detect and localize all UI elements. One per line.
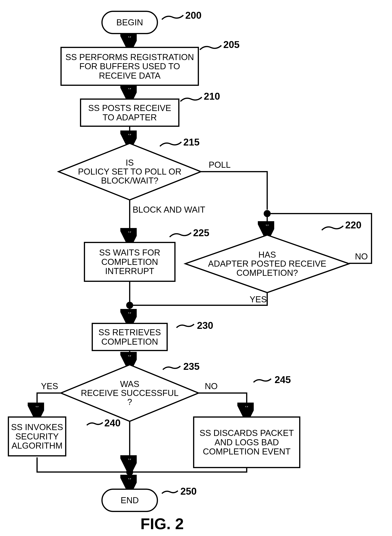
svg-point-4 <box>264 210 271 217</box>
svg-point-7 <box>126 302 133 309</box>
terminator-end-label: END <box>121 496 139 505</box>
ref-225: 225 <box>193 227 209 238</box>
ref-200: 200 <box>185 10 201 21</box>
process-registration: SS PERFORMS REGISTRATION FOR BUFFERS USE… <box>61 47 199 86</box>
ref-240: 240 <box>104 417 121 429</box>
process-wait-interrupt-label: SS WAITS FOR COMPLETION INTERRUPT <box>89 248 171 276</box>
edge-label-blockwait: BLOCK AND WAIT <box>133 205 205 214</box>
decision-receive-successful: WAS RECEIVE SUCCESSFUL ? <box>61 365 199 421</box>
decision-posted-completion-label: HAS ADAPTER POSTED RECEIVE COMPLETION? <box>185 235 349 293</box>
ref-250: 250 <box>180 486 196 497</box>
decision-receive-successful-label: WAS RECEIVE SUCCESSFUL ? <box>61 365 199 421</box>
ref-220: 220 <box>345 219 361 231</box>
process-invoke-security: SS INVOKES SECURITY ALGORITHM <box>8 416 66 457</box>
process-discard-packet-label: SS DISCARDS PACKET AND LOGS BAD COMPLETI… <box>197 428 296 456</box>
svg-point-11 <box>126 469 133 475</box>
ref-235: 235 <box>183 361 200 372</box>
decision-posted-completion: HAS ADAPTER POSTED RECEIVE COMPLETION? <box>185 235 349 293</box>
decision-policy-label: IS POLICY SET TO POLL OR BLOCK/WAIT? <box>59 143 201 200</box>
ref-245: 245 <box>275 374 291 385</box>
figure-label: FIG. 2 <box>140 515 184 533</box>
process-invoke-security-label: SS INVOKES SECURITY ALGORITHM <box>11 423 63 450</box>
ref-215: 215 <box>183 136 200 148</box>
edge-label-no-235: NO <box>205 381 218 391</box>
ref-205: 205 <box>223 39 239 50</box>
terminator-begin: BEGIN <box>101 11 158 34</box>
edge-label-poll: POLL <box>209 160 231 170</box>
terminator-begin-label: BEGIN <box>117 18 143 27</box>
terminator-end: END <box>101 489 158 512</box>
edge-label-no-220: NO <box>355 252 368 261</box>
process-registration-label: SS PERFORMS REGISTRATION FOR BUFFERS USE… <box>65 52 194 80</box>
process-post-receive: SS POSTS RECEIVE TO ADAPTER <box>80 98 179 127</box>
edge-label-yes-235: YES <box>41 381 58 391</box>
process-retrieve-completion-label: SS RETRIEVES COMPLETION <box>96 328 163 346</box>
flowchart-canvas: BEGIN 200 SS PERFORMS REGISTRATION FOR B… <box>0 0 392 536</box>
process-post-receive-label: SS POSTS RECEIVE TO ADAPTER <box>85 103 175 122</box>
ref-230: 230 <box>197 320 213 331</box>
process-discard-packet: SS DISCARDS PACKET AND LOGS BAD COMPLETI… <box>193 416 300 468</box>
ref-210: 210 <box>204 91 220 102</box>
decision-policy: IS POLICY SET TO POLL OR BLOCK/WAIT? <box>59 143 201 200</box>
process-retrieve-completion: SS RETRIEVES COMPLETION <box>92 323 168 351</box>
process-wait-interrupt: SS WAITS FOR COMPLETION INTERRUPT <box>84 242 176 282</box>
edge-label-yes-220: YES <box>250 294 267 304</box>
